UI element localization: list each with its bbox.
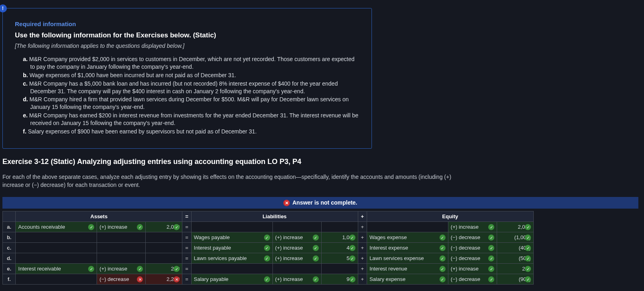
check-icon: ✓: [313, 245, 319, 251]
check-icon: ✓: [313, 234, 319, 240]
hdr-assets: Assets: [16, 211, 182, 222]
check-icon: ✓: [488, 245, 494, 251]
liability-direction-input[interactable]: (+) increase✓: [272, 253, 321, 264]
liability-amount-input[interactable]: 900✓: [321, 274, 358, 285]
asset-direction-input-empty[interactable]: [97, 232, 146, 243]
asset-account-input-empty[interactable]: [16, 232, 97, 243]
equity-amount-input[interactable]: 2,000✓: [497, 222, 534, 232]
liability-account-input[interactable]: Salary payable✓: [191, 274, 272, 285]
check-icon: ✓: [88, 224, 94, 230]
liability-amount-input-empty[interactable]: [321, 264, 358, 274]
equity-direction-input[interactable]: (+) increase✓: [448, 264, 497, 274]
equity-direction-input[interactable]: (+) increase✓: [448, 222, 497, 232]
required-info-label: Required information: [15, 20, 359, 27]
equity-account-input[interactable]: Lawn services expense✓: [367, 253, 448, 264]
equity-amount-input[interactable]: 200✓: [497, 264, 534, 274]
check-icon: ✓: [525, 245, 531, 251]
liability-account-input-empty[interactable]: [191, 222, 272, 232]
hdr-blank: [3, 211, 16, 222]
check-icon: ✓: [488, 266, 494, 272]
asset-amount-input-empty[interactable]: [146, 243, 182, 253]
info-title: Use the following information for the Ex…: [15, 31, 359, 39]
equity-direction-input[interactable]: (−) decrease✓: [448, 274, 497, 285]
table-row: f.(−) decrease✕2,200✕=Salary payable✓(+)…: [3, 274, 534, 285]
asset-account-input-empty[interactable]: [16, 274, 97, 285]
exercise-title: Exercise 3-12 (Static) Analyzing adjusti…: [2, 158, 642, 166]
info-list-item: f. Salary expenses of $900 have been ear…: [23, 128, 359, 135]
exercise-description: For each of the above separate cases, an…: [2, 173, 453, 189]
liability-account-input[interactable]: Interest payable✓: [191, 243, 272, 253]
check-icon: ✓: [264, 245, 270, 251]
liability-direction-input[interactable]: (+) increase✓: [272, 243, 321, 253]
asset-amount-input[interactable]: 200✓: [146, 264, 182, 274]
asset-amount-input[interactable]: 2,200✕: [146, 274, 182, 285]
liability-direction-input[interactable]: (+) increase✓: [272, 274, 321, 285]
info-list-item: e. M&R Company has earned $200 in intere…: [23, 112, 359, 127]
equity-amount-input[interactable]: (1,000)✓: [497, 232, 534, 243]
check-icon: ✓: [440, 266, 446, 272]
asset-amount-input-empty[interactable]: [146, 253, 182, 264]
check-icon: ✓: [525, 255, 531, 261]
info-list-item: b. Wage expenses of $1,000 have been inc…: [23, 72, 359, 79]
liability-direction-input[interactable]: (+) increase✓: [272, 232, 321, 243]
equity-direction-input[interactable]: (−) decrease✓: [448, 232, 497, 243]
equals-op: =: [182, 243, 191, 253]
hdr-liabilities: Liabilities: [191, 211, 358, 222]
equity-account-input-empty[interactable]: [367, 222, 448, 232]
info-list: a. M&R Company provided $2,000 in servic…: [15, 55, 359, 135]
info-subtitle: [The following information applies to th…: [15, 43, 359, 49]
asset-direction-input-empty[interactable]: [97, 243, 146, 253]
table-row: a.Accounts receivable✓(+) increase✓2,000…: [3, 222, 534, 232]
asset-direction-input[interactable]: (+) increase✓: [97, 222, 146, 232]
info-list-item: d. M&R Company hired a firm that provide…: [23, 96, 359, 111]
check-icon: ✓: [173, 224, 180, 230]
equity-amount-input[interactable]: (400)✓: [497, 243, 534, 253]
x-icon: ✕: [137, 276, 143, 282]
check-icon: ✓: [525, 266, 531, 272]
liability-direction-input-empty[interactable]: [272, 264, 321, 274]
asset-amount-input[interactable]: 2,000✓: [146, 222, 182, 232]
equity-amount-input[interactable]: (900)✓: [497, 274, 534, 285]
check-icon: ✓: [264, 234, 270, 240]
check-icon: ✓: [525, 234, 531, 240]
liability-account-input[interactable]: Wages payable✓: [191, 232, 272, 243]
hdr-eq: =: [182, 211, 191, 222]
asset-account-input-empty[interactable]: [16, 243, 97, 253]
check-icon: ✓: [264, 255, 270, 261]
check-icon: ✓: [173, 266, 180, 272]
asset-amount-input-empty[interactable]: [146, 232, 182, 243]
equity-direction-input[interactable]: (−) decrease✓: [448, 243, 497, 253]
liability-direction-input-empty[interactable]: [272, 222, 321, 232]
asset-direction-input[interactable]: (+) increase✓: [97, 264, 146, 274]
answer-status-banner: ✕Answer is not complete.: [2, 197, 638, 209]
accounting-equation-table: Assets = Liabilities + Equity a.Accounts…: [2, 211, 534, 285]
plus-op: +: [358, 222, 367, 232]
hdr-equity: Equity: [367, 211, 533, 222]
equity-account-input[interactable]: Interest expense✓: [367, 243, 448, 253]
row-key: d.: [3, 253, 16, 264]
liability-amount-input[interactable]: 400✓: [321, 243, 358, 253]
equity-account-input[interactable]: Interest revenue✓: [367, 264, 448, 274]
row-key: f.: [3, 274, 16, 285]
liability-account-input-empty[interactable]: [191, 264, 272, 274]
equity-amount-input[interactable]: (500)✓: [497, 253, 534, 264]
asset-direction-input-empty[interactable]: [97, 253, 146, 264]
equity-direction-input[interactable]: (−) decrease✓: [448, 253, 497, 264]
plus-op: +: [358, 274, 367, 285]
equity-account-input[interactable]: Wages expense✓: [367, 232, 448, 243]
asset-account-input[interactable]: Accounts receivable✓: [16, 222, 97, 232]
answer-status-text: Answer is not complete.: [292, 199, 357, 206]
asset-account-input-empty[interactable]: [16, 253, 97, 264]
asset-direction-input[interactable]: (−) decrease✕: [97, 274, 146, 285]
asset-account-input[interactable]: Interest receivable✓: [16, 264, 97, 274]
liability-account-input[interactable]: Lawn services payable✓: [191, 253, 272, 264]
check-icon: ✓: [440, 276, 446, 282]
info-list-item: a. M&R Company provided $2,000 in servic…: [23, 55, 359, 71]
liability-amount-input[interactable]: 500✓: [321, 253, 358, 264]
check-icon: ✓: [525, 276, 531, 282]
row-key: c.: [3, 243, 16, 253]
liability-amount-input-empty[interactable]: [321, 222, 358, 232]
table-row: b.=Wages payable✓(+) increase✓1,000✓+Wag…: [3, 232, 534, 243]
liability-amount-input[interactable]: 1,000✓: [321, 232, 358, 243]
equity-account-input[interactable]: Salary expense✓: [367, 274, 448, 285]
